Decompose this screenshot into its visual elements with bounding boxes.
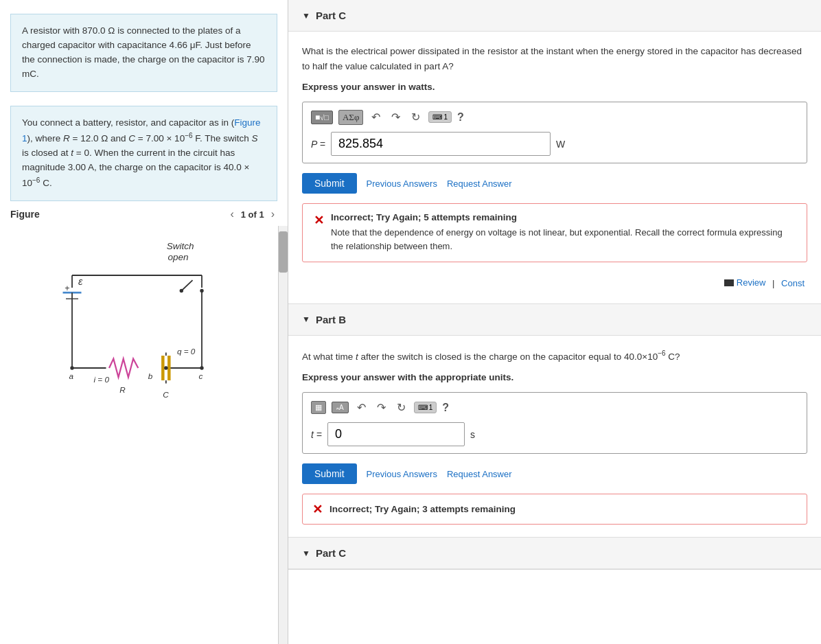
part-c-error-header: ✕ Incorrect; Try Again; 5 attempts remai…	[314, 212, 796, 253]
right-panel: ▼ Part C What is the electrical power di…	[288, 0, 821, 644]
part-b-error-box: ✕ Incorrect; Try Again; 3 attempts remai…	[302, 494, 807, 525]
part-c-unit: W	[556, 139, 565, 150]
review-row: Review | Const	[302, 272, 807, 291]
part-c-prev-answers-link[interactable]: Previous Answers	[367, 179, 437, 189]
part-b-unit: s	[470, 429, 475, 440]
part-c-bottom-label: Part C	[316, 547, 346, 559]
part-c-toolbar: ■√□ ΑΣφ ↶ ↷ ↻ ⌨1 ?	[311, 109, 798, 125]
part-c-submit-button[interactable]: Submit	[302, 173, 357, 194]
part-b-content: At what time t after the switch is close…	[288, 336, 821, 537]
part-c-header: ▼ Part C	[288, 0, 821, 32]
part-b-keyboard-button[interactable]: ⌨1	[414, 402, 437, 413]
p-label: P =	[311, 139, 325, 150]
problem1-text: A resistor with 870.0 Ω is connected to …	[22, 25, 264, 79]
scrollbar-thumb	[279, 231, 288, 273]
left-panel: A resistor with 870.0 Ω is connected to …	[0, 0, 288, 644]
matrix-button[interactable]: ■√□	[311, 111, 333, 124]
switch-open-label: open	[168, 252, 189, 262]
reset-button[interactable]: ↻	[408, 109, 423, 125]
figure-pagination: 1 of 1	[241, 209, 264, 220]
b-label: b	[148, 371, 153, 380]
part-c-request-answer-link[interactable]: Request Answer	[447, 179, 512, 189]
part-b-label: Part B	[316, 314, 346, 325]
review-label: Review	[737, 277, 766, 288]
part-c-error-box: ✕ Incorrect; Try Again; 5 attempts remai…	[302, 203, 807, 262]
part-b-answer-input[interactable]	[327, 422, 465, 446]
redo-button[interactable]: ↷	[389, 109, 403, 125]
part-b-section: ▼ Part B At what time t after the switch…	[288, 304, 821, 538]
t-label: t =	[311, 429, 322, 440]
help-button[interactable]: ?	[457, 111, 464, 124]
problem2-text: You connect a battery, resistor, and cap…	[22, 117, 260, 189]
part-c-answer-input[interactable]	[331, 132, 551, 156]
part-b-prev-answers-link[interactable]: Previous Answers	[367, 469, 437, 479]
part-b-header: ▼ Part B	[288, 304, 821, 336]
svg-line-9	[181, 280, 192, 290]
problem-box-1: A resistor with 870.0 Ω is connected to …	[10, 14, 277, 92]
part-c-action-row: Submit Previous Answers Request Answer	[302, 173, 807, 194]
part-c-question: What is the electrical power dissipated …	[302, 44, 807, 73]
figure-link[interactable]: Figure 1	[22, 117, 260, 143]
part-c-error-icon: ✕	[314, 213, 324, 228]
epsilon-label: ε	[78, 276, 83, 287]
part-b-matrix-button[interactable]: ▦	[311, 401, 326, 414]
switch-label: Switch	[167, 241, 194, 251]
a-label: a	[69, 371, 74, 380]
part-c-express: Express your answer in watts.	[302, 82, 807, 92]
figure-header: Figure ‹ 1 of 1 ›	[0, 201, 288, 226]
part-c-label: Part C	[316, 10, 346, 21]
part-c-collapse-arrow[interactable]: ▼	[302, 11, 310, 21]
figure-area: Switch open ε	[0, 226, 288, 644]
svg-point-18	[164, 367, 167, 370]
part-b-error-icon: ✕	[312, 502, 323, 517]
part-b-unit-button[interactable]: ₙA	[332, 402, 349, 413]
part-b-help-button[interactable]: ?	[442, 402, 449, 414]
part-b-reset-button[interactable]: ↻	[394, 400, 408, 415]
review-icon	[724, 279, 734, 286]
part-b-undo-button[interactable]: ↶	[354, 400, 369, 415]
part-c-section: ▼ Part C What is the electrical power di…	[288, 0, 821, 304]
figure-next-button[interactable]: ›	[268, 207, 277, 222]
R-label: R	[119, 385, 126, 394]
part-b-input-row: t = s	[311, 422, 798, 446]
const-link[interactable]: Const	[781, 278, 805, 288]
i-label: i = 0	[94, 375, 110, 384]
circuit-svg: Switch open ε	[7, 226, 267, 411]
plus-sign: +	[65, 284, 69, 293]
undo-button[interactable]: ↶	[369, 109, 383, 125]
figure-nav: ‹ 1 of 1 ›	[227, 207, 277, 222]
c-label: c	[199, 371, 203, 380]
greek-button[interactable]: ΑΣφ	[338, 110, 363, 125]
part-b-toolbar: ▦ ₙA ↶ ↷ ↻ ⌨1 ?	[311, 400, 798, 415]
figure-scrollbar[interactable]	[278, 226, 288, 644]
part-c-content: What is the electrical power dissipated …	[288, 32, 821, 303]
figure-label: Figure	[10, 209, 40, 220]
part-b-express: Express your answer with the appropriate…	[302, 372, 807, 382]
keyboard-button[interactable]: ⌨1	[428, 111, 452, 123]
part-b-error-title: Incorrect; Try Again; 3 attempts remaini…	[329, 504, 516, 514]
part-c-answer-box: ■√□ ΑΣφ ↶ ↷ ↻ ⌨1 ? P = W	[302, 102, 807, 163]
figure-prev-button[interactable]: ‹	[227, 207, 236, 222]
C-label: C	[163, 390, 169, 399]
part-c-error-content: Incorrect; Try Again; 5 attempts remaini…	[331, 212, 796, 253]
part-c-error-title: Incorrect; Try Again; 5 attempts remaini…	[331, 212, 796, 222]
part-b-collapse-arrow[interactable]: ▼	[302, 314, 310, 324]
review-link[interactable]: Review	[724, 277, 766, 288]
svg-point-17	[200, 367, 203, 370]
part-b-answer-box: ▦ ₙA ↶ ↷ ↻ ⌨1 ? t = s	[302, 392, 807, 454]
q-label: q = 0	[177, 347, 196, 356]
part-c-input-row: P = W	[311, 132, 798, 156]
part-b-action-row: Submit Previous Answers Request Answer	[302, 463, 807, 484]
problem-box-2: You connect a battery, resistor, and cap…	[10, 106, 277, 202]
part-c-bottom-collapse-arrow[interactable]: ▼	[302, 549, 310, 558]
const-label: Const	[781, 278, 805, 288]
separator: |	[772, 278, 777, 288]
part-c-bottom-header: ▼ Part C	[288, 538, 821, 569]
part-b-redo-button[interactable]: ↷	[374, 400, 389, 415]
part-b-question: At what time t after the switch is close…	[302, 348, 807, 364]
part-c-error-body: Note that the dependence of energy on vo…	[331, 226, 796, 253]
svg-point-16	[70, 367, 73, 370]
part-b-submit-button[interactable]: Submit	[302, 463, 357, 484]
part-b-request-answer-link[interactable]: Request Answer	[447, 469, 512, 479]
part-c-bottom-section: ▼ Part C	[288, 538, 821, 570]
